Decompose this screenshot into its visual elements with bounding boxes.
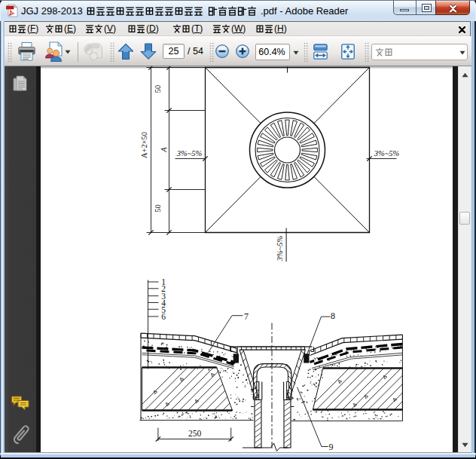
svg-text:A: A: [160, 147, 168, 153]
svg-text:8: 8: [331, 311, 335, 321]
svg-text:3%~5%: 3%~5%: [276, 235, 284, 262]
svg-text:3%~5%: 3%~5%: [374, 149, 400, 158]
svg-text:50: 50: [154, 85, 162, 93]
svg-text:9: 9: [329, 442, 334, 452]
svg-text:6: 6: [161, 312, 166, 321]
svg-text:A+2×50: A+2×50: [140, 132, 148, 158]
svg-text:250: 250: [188, 429, 202, 438]
svg-text:3%~5%: 3%~5%: [176, 149, 203, 158]
svg-text:7: 7: [244, 311, 249, 322]
svg-text:50: 50: [154, 204, 162, 213]
